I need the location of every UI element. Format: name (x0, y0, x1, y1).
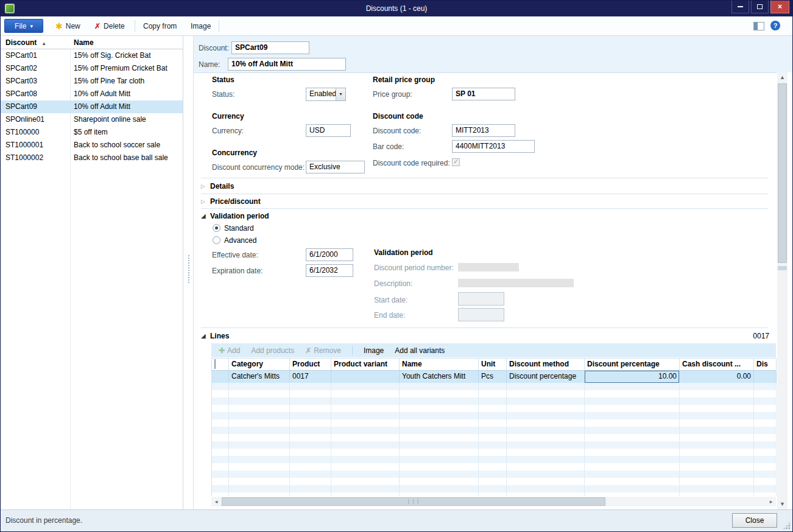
currency-field[interactable]: USD (306, 124, 351, 137)
new-icon: ✱ (55, 22, 63, 30)
horizontal-scrollbar-thumb[interactable]: ❘❘❘ (222, 497, 605, 506)
scroll-left-icon[interactable]: ◂ (211, 497, 221, 506)
add-label: Add (227, 346, 240, 355)
concurrency-mode-field[interactable]: Exclusive (306, 161, 365, 173)
col-product-variant[interactable]: Product variant (331, 359, 400, 370)
product-cell[interactable]: 0017 (290, 371, 331, 383)
close-button[interactable]: × (770, 1, 789, 13)
column-header-discount-label: Discount (5, 38, 37, 47)
standard-radio-label[interactable]: Standard (224, 224, 254, 233)
col-dis[interactable]: Dis (754, 359, 777, 370)
maximize-button[interactable] (751, 1, 769, 13)
scroll-up-icon[interactable]: ▲ (777, 72, 788, 83)
vertical-scrollbar-thumb[interactable] (778, 83, 787, 263)
horizontal-scrollbar[interactable]: ◂ ❘❘❘ ▸ (211, 497, 776, 506)
list-item[interactable]: SPCart03 15% off Pine Tar cloth (1, 75, 183, 88)
list-item[interactable]: SPCart02 15% off Premium Cricket Bat (1, 62, 183, 75)
delete-button[interactable]: ✗ Delete (91, 19, 129, 33)
product-variant-cell[interactable] (331, 371, 400, 383)
discount-cell: SPOnline01 (5, 113, 44, 126)
list-item[interactable]: ST1000002 Back to school base ball sale (1, 152, 183, 164)
row-select-cell[interactable] (212, 371, 229, 383)
chevron-expanded-icon[interactable]: ◢ (201, 332, 206, 339)
status-group-header: Status (212, 75, 234, 84)
discount-percentage-cell[interactable]: 10.00 (585, 371, 680, 383)
unit-cell[interactable]: Pcs (479, 371, 507, 383)
column-header-name[interactable]: Name (74, 38, 94, 47)
select-all-cell (212, 359, 229, 370)
discount-method-cell[interactable]: Discount percentage (507, 371, 585, 383)
list-item[interactable]: SPCart08 10% off Adult Mitt (1, 88, 183, 100)
col-discount-method[interactable]: Discount method (507, 359, 585, 370)
col-category[interactable]: Category (229, 359, 290, 370)
window-controls: × (730, 1, 789, 13)
scroll-down-icon[interactable]: ▼ (777, 499, 788, 509)
description-label: Description: (374, 279, 412, 288)
concurrency-group-header: Concurrency (212, 149, 257, 157)
minimize-button[interactable] (731, 1, 749, 13)
standard-radio[interactable] (213, 224, 220, 232)
chevron-expanded-icon[interactable]: ◢ (201, 212, 206, 219)
panel-splitter[interactable] (184, 36, 193, 509)
layout-pane-icon (754, 23, 758, 30)
line-image-button[interactable]: Image (364, 346, 384, 355)
list-item-selected[interactable]: SPCart09 10% off Adult Mitt (1, 100, 183, 113)
category-cell[interactable]: Catcher's Mitts (229, 371, 290, 383)
dis-cell[interactable] (754, 371, 777, 383)
discount-cell: ST100000 (5, 126, 39, 139)
help-icon[interactable]: ? (770, 21, 780, 30)
window-body: Discount▲ Name SPCart01 15% off Sig. Cri… (1, 36, 792, 509)
select-all-checkbox[interactable] (214, 359, 216, 369)
toolbar-separator (352, 346, 353, 355)
name-cell: 15% off Pine Tar cloth (74, 75, 144, 88)
delete-label: Delete (104, 22, 125, 30)
file-menu-button[interactable]: File ▾ (4, 19, 43, 33)
list-item[interactable]: ST1000001 Back to school soccer sale (1, 139, 183, 152)
copy-from-button[interactable]: Copy from (139, 19, 180, 33)
col-unit[interactable]: Unit (479, 359, 507, 370)
advanced-radio-label[interactable]: Advanced (224, 236, 256, 245)
layout-icon[interactable] (753, 22, 764, 30)
status-combobox[interactable]: Enabled ▾ (306, 88, 346, 101)
vertical-scrollbar[interactable]: ▲ ▼ (777, 72, 788, 509)
column-header-discount[interactable]: Discount▲ (5, 38, 46, 47)
col-cash-discount[interactable]: Cash discount ... (680, 359, 754, 370)
list-item[interactable]: ST100000 $5 off item (1, 126, 183, 139)
bar-code-field[interactable]: 4400MITT2013 (452, 140, 535, 153)
effective-date-field[interactable]: 6/1/2000 (306, 248, 353, 261)
section-details[interactable]: Details (210, 182, 234, 191)
col-product[interactable]: Product (290, 359, 331, 370)
discount-code-field[interactable]: MITT2013 (452, 124, 515, 137)
cash-discount-cell[interactable]: 0.00 (680, 371, 754, 383)
section-lines[interactable]: Lines (210, 332, 229, 340)
image-button[interactable]: Image (187, 19, 214, 33)
window-title: Discounts (1 - ceu) (1, 1, 792, 16)
section-price-discount[interactable]: Price/discount (210, 197, 261, 206)
chevron-right-icon[interactable]: ▷ (201, 198, 205, 205)
add-all-variants-button[interactable]: Add all variants (395, 346, 445, 355)
name-field[interactable]: 10% off Adult Mitt (228, 58, 346, 71)
advanced-radio[interactable] (213, 236, 220, 244)
col-discount-percentage[interactable]: Discount percentage (585, 359, 680, 370)
list-header: Discount▲ Name (1, 36, 183, 49)
chevron-down-icon[interactable]: ▾ (336, 88, 345, 100)
list-item[interactable]: SPOnline01 Sharepoint online sale (1, 113, 183, 126)
new-button[interactable]: ✱ New (52, 19, 84, 33)
name-cell[interactable]: Youth Catchers Mitt (400, 371, 479, 383)
status-label: Status: (212, 90, 234, 99)
chevron-right-icon[interactable]: ▷ (201, 183, 205, 189)
name-cell: 15% off Premium Cricket Bat (74, 62, 167, 75)
price-group-field[interactable]: SP 01 (452, 88, 515, 100)
effective-date-label: Effective date: (212, 251, 258, 259)
section-validation-period[interactable]: Validation period (210, 212, 269, 220)
close-form-button[interactable]: Close (732, 513, 777, 528)
name-cell: 15% off Sig. Cricket Bat (74, 49, 151, 62)
col-name[interactable]: Name (400, 359, 479, 370)
resize-grip-icon[interactable] (783, 522, 791, 530)
add-all-variants-label: Add all variants (395, 346, 445, 355)
list-item[interactable]: SPCart01 15% off Sig. Cricket Bat (1, 49, 183, 62)
scroll-right-icon[interactable]: ▸ (766, 497, 776, 506)
lines-grid-row-selected[interactable]: Catcher's Mitts 0017 Youth Catchers Mitt… (212, 371, 776, 383)
expiration-date-field[interactable]: 6/1/2032 (306, 264, 353, 277)
discount-field[interactable]: SPCart09 (231, 41, 309, 54)
